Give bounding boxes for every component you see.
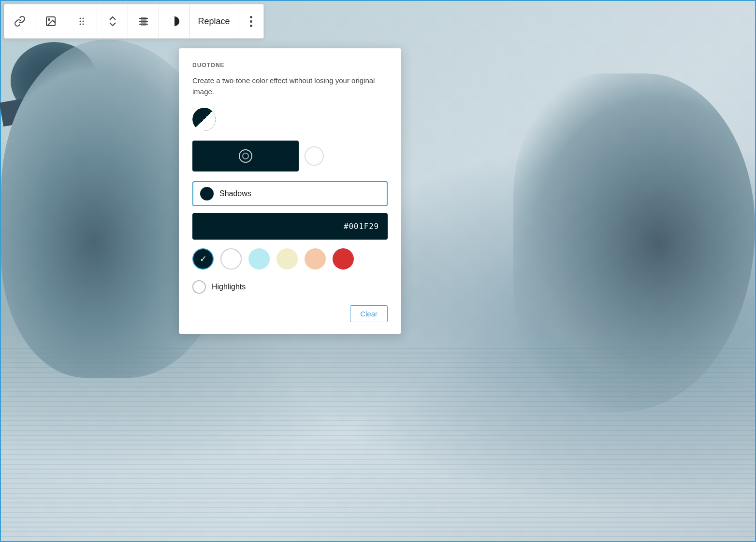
svg-point-6 [79, 24, 81, 25]
align-icon [138, 15, 149, 27]
color-selector-row [192, 141, 388, 171]
clear-row: Clear [192, 305, 388, 322]
shadow-color-ring [239, 149, 252, 163]
more-options-button[interactable] [238, 4, 263, 39]
svg-point-7 [82, 24, 84, 25]
color-swatch-4[interactable] [305, 248, 326, 270]
svg-point-5 [82, 21, 84, 22]
duotone-popover: DUOTONE Create a two-tone color effect w… [179, 48, 401, 334]
link-icon [14, 15, 26, 27]
align-button[interactable] [128, 4, 159, 39]
color-swatch-0[interactable]: ✓ [192, 248, 214, 270]
color-swatch-3[interactable] [276, 248, 298, 270]
svg-rect-11 [141, 17, 146, 26]
highlights-label: Highlights [212, 283, 246, 291]
shadow-color-swatch[interactable] [192, 141, 299, 171]
svg-point-2 [79, 18, 81, 19]
move-updown-button[interactable] [97, 4, 128, 39]
shadows-label: Shadows [219, 189, 251, 198]
hex-value: #001F29 [344, 222, 379, 231]
duotone-preview-gradient [192, 108, 216, 131]
more-options-icon [250, 16, 252, 27]
svg-point-3 [82, 18, 84, 19]
arrows-icon [108, 16, 117, 27]
replace-button[interactable]: Replace [190, 4, 238, 39]
image-icon [45, 15, 57, 27]
duotone-preview-icon[interactable] [192, 108, 216, 131]
color-swatch-2[interactable] [248, 248, 270, 270]
svg-point-4 [79, 21, 81, 22]
shadows-selector[interactable]: Shadows [192, 181, 388, 206]
color-swatches: ✓ [192, 248, 388, 270]
duotone-icon [169, 15, 180, 27]
drag-handle-button[interactable] [66, 4, 97, 39]
color-swatch-1[interactable] [220, 248, 242, 270]
hex-color-row[interactable]: #001F29 [192, 213, 388, 240]
water-ripples [1, 348, 755, 541]
clear-button[interactable]: Clear [350, 305, 388, 322]
replace-label: Replace [198, 16, 230, 27]
popover-description: Create a two-tone color effect without l… [192, 75, 388, 97]
popover-title: DUOTONE [192, 62, 388, 69]
svg-point-1 [48, 19, 50, 20]
shadow-color-dot [200, 187, 214, 200]
image-button[interactable] [35, 4, 66, 39]
drag-icon [76, 15, 87, 27]
highlight-color-swatch[interactable] [305, 146, 324, 166]
editor-toolbar: Replace [4, 4, 264, 39]
color-swatch-5[interactable] [333, 248, 354, 270]
link-button[interactable] [4, 4, 35, 39]
duotone-button[interactable] [159, 4, 190, 39]
highlight-color-dot [192, 280, 206, 294]
highlights-selector[interactable]: Highlights [192, 280, 388, 294]
